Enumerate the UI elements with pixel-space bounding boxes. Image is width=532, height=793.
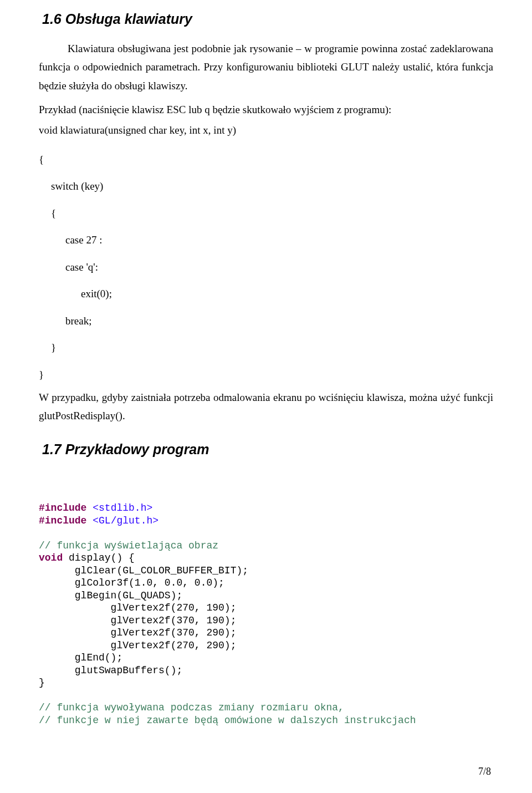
- code-line: glColor3f(1.0, 0.0, 0.0);: [39, 577, 224, 588]
- section-heading-1-7: 1.7 Przykładowy program: [42, 441, 493, 458]
- code-line: glVertex2f(270, 290);: [39, 640, 236, 651]
- section-heading-1-6: 1.6 Obsługa klawiatury: [42, 11, 493, 27]
- code-keyword-void: void: [39, 552, 63, 563]
- code-line: switch (key): [51, 173, 493, 200]
- document-page: 1.6 Obsługa klawiatury Klawiatura obsług…: [0, 0, 532, 793]
- code-line: glEnd();: [39, 652, 122, 663]
- code-header-path: <GL/glut.h>: [86, 515, 158, 526]
- code-line: }: [39, 677, 45, 688]
- code-line: glVertex2f(270, 190);: [39, 602, 236, 613]
- code-keyword-include: #include: [39, 515, 86, 526]
- code-signature: void klawiatura(unsigned char key, int x…: [39, 124, 493, 136]
- page-number: 7/8: [478, 766, 491, 777]
- code-keyword-include: #include: [39, 502, 86, 514]
- code-block-program: #include <stdlib.h> #include <GL/glut.h>…: [39, 502, 493, 726]
- code-comment: // funkcje w niej zawarte będą omówione …: [39, 715, 416, 726]
- code-text: display() {: [63, 552, 135, 563]
- paragraph-intro: Klawiatura obsługiwana jest podobnie jak…: [39, 39, 493, 95]
- code-line: exit(0);: [81, 281, 493, 307]
- code-line: glVertex2f(370, 290);: [39, 627, 236, 638]
- code-comment: // funkcja wywoływana podczas zmiany roz…: [39, 702, 344, 713]
- code-line: break;: [65, 308, 493, 334]
- code-line: glutSwapBuffers();: [39, 665, 182, 676]
- code-line: case 27 :: [65, 227, 493, 253]
- code-block-switch: { switch (key) { case 27 : case 'q': exi…: [39, 146, 493, 388]
- code-line: glVertex2f(370, 190);: [39, 615, 236, 626]
- paragraph-example-lead: Przykład (naciśnięcie klawisz ESC lub q …: [39, 100, 493, 119]
- code-line: glBegin(GL_QUADS);: [39, 590, 182, 601]
- code-comment: // funkcja wyświetlająca obraz: [39, 540, 218, 551]
- paragraph-note: W przypadku, gdyby zaistniała potrzeba o…: [39, 388, 493, 425]
- code-line: {: [51, 200, 493, 227]
- code-line: case 'q':: [65, 254, 493, 281]
- code-line: }: [51, 334, 493, 361]
- code-line: glClear(GL_COLOR_BUFFER_BIT);: [39, 565, 248, 576]
- code-line: {: [39, 146, 493, 173]
- code-header-path: <stdlib.h>: [86, 502, 152, 514]
- code-line: }: [39, 362, 493, 388]
